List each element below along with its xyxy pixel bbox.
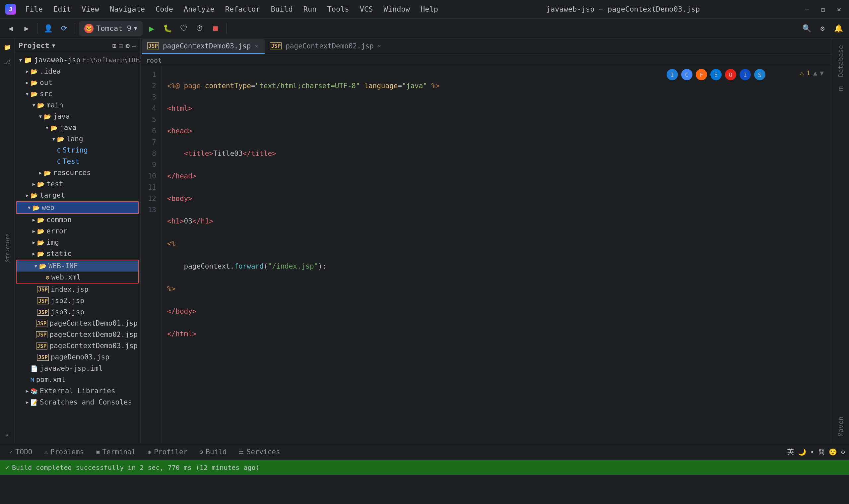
toolbar-profile[interactable]: ⏱ [193, 22, 206, 35]
tab-profiler[interactable]: ◉ Profiler [142, 446, 193, 458]
tree-jsp3[interactable]: JSP jsp3.jsp [15, 306, 140, 318]
menu-navigate[interactable]: Navigate [105, 3, 150, 15]
tab-pcd02-close[interactable]: ✕ [376, 43, 382, 49]
tab-pcd03[interactable]: JSP pageContextDemo03.jsp ✕ [142, 39, 265, 54]
menu-file[interactable]: File [20, 3, 48, 15]
structure-icon[interactable]: Structure [1, 242, 13, 254]
toolbar-notifications[interactable]: 🔔 [832, 22, 845, 35]
tree-idea[interactable]: ▶ 📂 .idea [15, 66, 140, 77]
tree-img[interactable]: ▶ 📂 img [15, 237, 140, 248]
toolbar-debug[interactable]: 🐛 [161, 22, 175, 35]
tree-ext-libs[interactable]: ▶ 📚 External Libraries [15, 385, 140, 397]
tree-iml[interactable]: 📄 javaweb-jsp.iml [15, 363, 140, 374]
window-title: javaweb-jsp – pageContextDemo03.jsp [546, 5, 700, 13]
tab-services[interactable]: ☰ Services [233, 446, 285, 458]
scroll-down[interactable]: ▼ [820, 69, 824, 77]
tree-test-folder[interactable]: ▶ 📂 test [15, 178, 140, 190]
tree-pcd03[interactable]: JSP pageContextDemo03.jsp [15, 340, 140, 352]
menu-analyze[interactable]: Analyze [178, 3, 220, 15]
menu-view[interactable]: View [76, 3, 105, 15]
project-header-btn-1[interactable]: ⊞ [112, 42, 116, 50]
toolbar-run-green[interactable]: ▶ [145, 22, 159, 35]
string-label: String [63, 146, 88, 154]
tab-pcd02[interactable]: JSP pageContextDemo02.jsp ✕ [265, 39, 387, 54]
safari-icon[interactable]: S [754, 69, 765, 80]
iml-label: javaweb-jsp.iml [40, 364, 103, 372]
tab-problems[interactable]: ⚠ Problems [39, 446, 89, 458]
tree-main[interactable]: ▼ 📂 main [15, 100, 140, 111]
menu-vcs[interactable]: VCS [355, 3, 378, 15]
scroll-up[interactable]: ▲ [813, 69, 817, 77]
menu-code[interactable]: Code [150, 3, 178, 15]
tab-pcd03-close[interactable]: ✕ [253, 43, 259, 49]
toolbar-back[interactable]: ◀ [4, 22, 17, 35]
tree-root[interactable]: ▼ 📁 javaweb-jsp E:\Software\IDEA\javaweb… [15, 54, 140, 66]
menu-build[interactable]: Build [266, 3, 298, 15]
tree-scratches[interactable]: ▶ 📝 Scratches and Consoles [15, 397, 140, 408]
project-header-btn-4[interactable]: — [132, 42, 136, 50]
java2-icon: 📂 [50, 124, 58, 131]
menu-refactor[interactable]: Refactor [220, 3, 266, 15]
run-configuration[interactable]: 🐱 Tomcat 9 ▼ [79, 21, 143, 36]
tree-pom[interactable]: M pom.xml [15, 374, 140, 385]
menu-help[interactable]: Help [415, 3, 444, 15]
menu-tools[interactable]: Tools [322, 3, 355, 15]
tree-pcd02[interactable]: JSP pageContextDemo02.jsp [15, 329, 140, 340]
toolbar-coverage[interactable]: 🛡 [177, 22, 191, 35]
tab-todo[interactable]: ✓ TODO [4, 446, 37, 458]
toolbar-sync[interactable]: ⟳ [57, 22, 71, 35]
minimize-button[interactable]: — [802, 5, 812, 14]
commit-icon[interactable]: ⎇ [1, 56, 13, 68]
tree-out[interactable]: ▶ 📂 out [15, 77, 140, 88]
toolbar-user[interactable]: 👤 [41, 22, 55, 35]
tree-pcd01[interactable]: JSP pageContextDemo01.jsp [15, 318, 140, 329]
tree-static[interactable]: ▶ 📂 static [15, 248, 140, 259]
ie-icon[interactable]: I [740, 69, 751, 80]
tab-build[interactable]: ⚙ Build [194, 446, 232, 458]
maven-label[interactable]: Maven [835, 413, 847, 440]
tree-java-2[interactable]: ▼ 📂 java [15, 122, 140, 133]
tree-lang[interactable]: ▼ 📂 lang [15, 133, 140, 145]
project-dropdown-arrow[interactable]: ▼ [52, 42, 55, 49]
tree-index-jsp[interactable]: JSP index.jsp [15, 284, 140, 295]
error-arrow: ▶ [31, 228, 37, 234]
img-arrow: ▶ [31, 239, 37, 246]
database-label[interactable]: Database [835, 41, 847, 81]
edge-icon[interactable]: E [710, 69, 722, 80]
toolbar-search[interactable]: 🔍 [800, 22, 813, 35]
toolbar-forward[interactable]: ▶ [20, 22, 33, 35]
tree-java-1[interactable]: ▼ 📂 java [15, 111, 140, 122]
main-label: main [47, 101, 64, 109]
tree-webinf[interactable]: ▼ 📂 WEB-INF [17, 260, 138, 272]
tree-target[interactable]: ▶ 📂 target [15, 190, 140, 201]
menu-run[interactable]: Run [298, 3, 322, 15]
firefox-icon[interactable]: F [696, 69, 707, 80]
intellij-browser-icon[interactable]: I [667, 69, 678, 80]
tree-resources[interactable]: ▶ 📂 resources [15, 167, 140, 178]
tab-terminal[interactable]: ▣ Terminal [91, 446, 141, 458]
code-content[interactable]: <%@ page contentType="text/html;charset=… [162, 66, 832, 443]
tree-test[interactable]: C Test [15, 156, 140, 167]
project-icon[interactable]: 📁 [1, 41, 13, 53]
favorites-icon[interactable]: ★ [1, 428, 13, 440]
menu-edit[interactable]: Edit [48, 3, 76, 15]
tree-webxml[interactable]: ⚙ web.xml [17, 272, 138, 283]
project-header-btn-3[interactable]: ⚙ [126, 42, 130, 50]
opera-icon[interactable]: O [725, 69, 736, 80]
close-button[interactable]: ✕ [834, 5, 844, 14]
tree-common[interactable]: ▶ 📂 common [15, 214, 140, 226]
tree-error[interactable]: ▶ 📂 error [15, 226, 140, 237]
tree-src[interactable]: ▼ 📂 src [15, 88, 140, 100]
maven-label-m[interactable]: m [834, 82, 847, 95]
toolbar-settings[interactable]: ⚙ [816, 22, 829, 35]
tree-pd03[interactable]: JSP pageDemo03.jsp [15, 352, 140, 363]
maximize-button[interactable]: ☐ [818, 5, 828, 14]
toolbar-stop-red[interactable]: ⏹ [209, 22, 222, 35]
chrome-icon[interactable]: C [681, 69, 692, 80]
project-header-btn-2[interactable]: ≡ [119, 42, 123, 50]
tree-web[interactable]: ▼ 📂 web [17, 202, 138, 213]
menu-window[interactable]: Window [378, 3, 415, 15]
ime-settings[interactable]: ⚙ [841, 448, 845, 456]
tree-jsp2[interactable]: JSP jsp2.jsp [15, 295, 140, 306]
tree-string[interactable]: C String [15, 145, 140, 156]
